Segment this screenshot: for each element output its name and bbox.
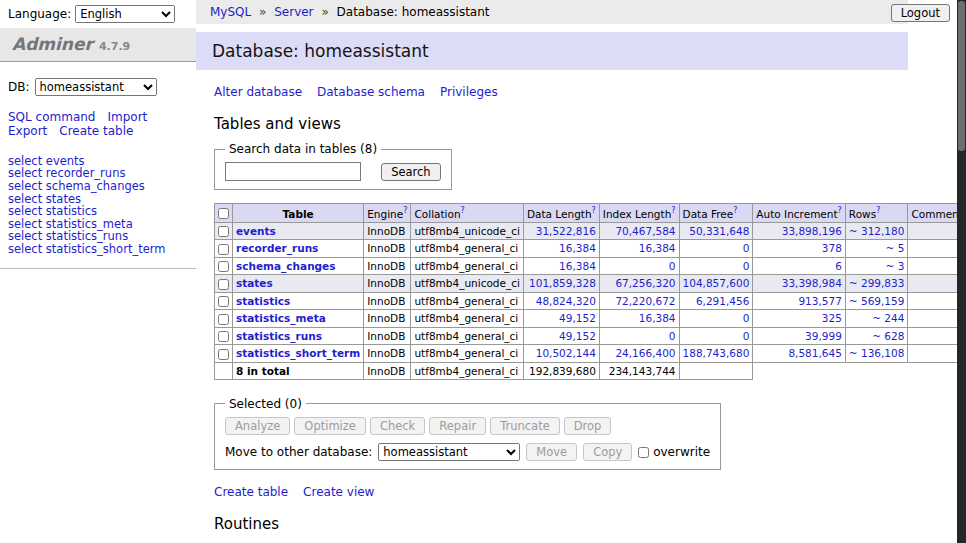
row-checkbox[interactable] [218,226,229,237]
data-free-link[interactable]: 0 [743,242,750,254]
scrollbar[interactable] [957,0,966,543]
selected-action-button[interactable]: Truncate [490,417,560,435]
sidebar-table-link[interactable]: statistics_short_term [46,242,166,256]
rows-link[interactable]: ~ 299,833 [849,277,905,289]
auto-increment-link[interactable]: 39,999 [805,330,842,342]
doc-question-link[interactable]: ? [733,206,737,215]
row-checkbox[interactable] [218,296,229,307]
search-input[interactable] [225,162,361,181]
rows-link[interactable]: ~ 628 [872,330,904,342]
index-length-link[interactable]: 16,384 [639,312,676,324]
app-name[interactable]: Adminer [12,34,93,54]
auto-increment-link[interactable]: 378 [822,242,842,254]
auto-increment-link[interactable]: 6 [835,260,842,272]
move-to-label: Move to other database: [225,445,372,459]
doc-question-link[interactable]: ? [461,206,465,215]
move-db-select[interactable]: homeassistant [378,443,520,461]
privileges-link[interactable]: Privileges [440,85,498,99]
create-table-link[interactable]: Create table [214,485,288,499]
breadcrumb-server-link[interactable]: Server [274,5,313,19]
rows-link[interactable]: ~ 569,159 [849,295,905,307]
data-length-link[interactable]: 49,152 [559,330,596,342]
scrollbar-thumb[interactable] [958,1,965,151]
index-length-link[interactable]: 0 [669,260,676,272]
doc-question-link[interactable]: ? [876,206,880,215]
data-length-link[interactable]: 16,384 [559,260,596,272]
alter-database-link[interactable]: Alter database [214,85,302,99]
data-length-link[interactable]: 49,152 [559,312,596,324]
rows-link[interactable]: ~ 3 [886,260,905,272]
selected-action-button[interactable]: Repair [429,417,486,435]
row-checkbox[interactable] [218,331,229,342]
data-free-link[interactable]: 0 [743,312,750,324]
data-length-link[interactable]: 10,502,144 [536,347,596,359]
selected-action-button[interactable]: Optimize [294,417,366,435]
database-schema-link[interactable]: Database schema [317,85,425,99]
auto-increment-cell: 33,898,196 [753,222,846,240]
data-free-link[interactable]: 6,291,456 [696,295,749,307]
db-select[interactable]: homeassistant [35,78,157,96]
language-select[interactable]: English [75,5,175,23]
data-length-cell: 16,384 [523,257,599,275]
row-checkbox[interactable] [218,349,229,360]
auto-increment-link[interactable]: 913,577 [798,295,841,307]
auto-increment-link[interactable]: 33,898,196 [782,225,842,237]
index-length-link[interactable]: 72,220,672 [615,295,675,307]
overwrite-label[interactable]: overwrite [653,445,710,459]
row-checkbox[interactable] [218,261,229,272]
row-checkbox[interactable] [218,314,229,325]
data-length-link[interactable]: 101,859,328 [529,277,596,289]
rows-link[interactable]: ~ 5 [886,242,905,254]
search-button[interactable]: Search [381,163,441,181]
table-name-link[interactable]: statistics_runs [236,330,322,342]
doc-question-link[interactable]: ? [403,206,407,215]
data-free-link[interactable]: 0 [743,260,750,272]
table-name-link[interactable]: statistics_meta [236,312,326,324]
data-free-link[interactable]: 104,857,600 [683,277,750,289]
auto-increment-link[interactable]: 325 [822,312,842,324]
create-view-link[interactable]: Create view [303,485,374,499]
sidebar-create-table-link[interactable]: Create table [59,124,133,138]
import-link[interactable]: Import [107,110,147,124]
data-free-link[interactable]: 0 [743,330,750,342]
index-length-link[interactable]: 24,166,400 [615,347,675,359]
doc-question-link[interactable]: ? [592,206,596,215]
index-length-link[interactable]: 67,256,320 [615,277,675,289]
data-length-link[interactable]: 48,824,320 [536,295,596,307]
data-free-link[interactable]: 188,743,680 [683,347,750,359]
data-length-cell: 10,502,144 [523,345,599,363]
rows-link[interactable]: ~ 136,108 [849,347,905,359]
doc-question-link[interactable]: ? [671,206,675,215]
table-name-link[interactable]: events [236,225,276,237]
table-name-link[interactable]: statistics_short_term [236,347,360,359]
row-checkbox[interactable] [218,244,229,255]
rows-link[interactable]: ~ 244 [872,312,904,324]
breadcrumb-mysql-link[interactable]: MySQL [210,5,251,19]
export-link[interactable]: Export [8,124,47,138]
auto-increment-link[interactable]: 33,398,984 [782,277,842,289]
selected-action-button[interactable]: Drop [564,417,612,435]
rows-link[interactable]: ~ 312,180 [849,225,905,237]
data-length-link[interactable]: 16,384 [559,242,596,254]
table-name-link[interactable]: states [236,277,273,289]
select-all-checkbox[interactable] [218,208,229,219]
index-length-link[interactable]: 0 [669,330,676,342]
selected-action-button[interactable]: Analyze [225,417,290,435]
row-checkbox[interactable] [218,279,229,290]
doc-question-link[interactable]: ? [838,206,842,215]
overwrite-checkbox[interactable] [638,447,649,458]
data-free-link[interactable]: 50,331,648 [689,225,749,237]
copy-button[interactable]: Copy [583,443,632,461]
selected-action-button[interactable]: Check [370,417,425,435]
table-name-link[interactable]: statistics [236,295,290,307]
sidebar-select-link[interactable]: select [8,242,42,256]
sql-command-link[interactable]: SQL command [8,110,95,124]
index-length-link[interactable]: 70,467,584 [615,225,675,237]
auto-increment-link[interactable]: 8,581,645 [788,347,841,359]
table-name-link[interactable]: schema_changes [236,260,336,272]
logout-button[interactable]: Logout [891,4,950,22]
table-name-link[interactable]: recorder_runs [236,242,318,254]
data-length-link[interactable]: 31,522,816 [536,225,596,237]
move-button[interactable]: Move [526,443,577,461]
index-length-link[interactable]: 16,384 [639,242,676,254]
